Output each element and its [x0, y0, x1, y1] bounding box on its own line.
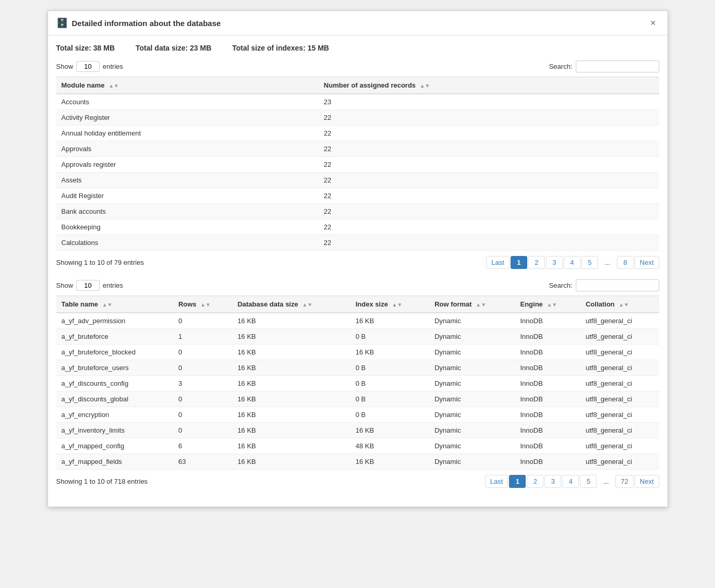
- table1-page-1-btn[interactable]: 1: [511, 256, 527, 269]
- table-row: Audit Register 22: [56, 188, 659, 204]
- total-index-size-stat: Total size of indexes: 15 MB: [232, 44, 329, 52]
- index-size-cell: 0 B: [350, 329, 429, 345]
- table1-controls: Show entries Search:: [56, 60, 659, 72]
- collation-cell: utf8_general_ci: [580, 423, 659, 438]
- table1-page-2-btn[interactable]: 2: [528, 256, 545, 269]
- index-size-cell: 16 KB: [350, 313, 429, 329]
- data-size-cell: 16 KB: [232, 454, 350, 470]
- table1-last-btn[interactable]: Last: [486, 256, 510, 269]
- row-format-cell: Dynamic: [429, 438, 515, 454]
- collation-cell: utf8_general_ci: [580, 438, 659, 454]
- row-format-cell: Dynamic: [429, 407, 515, 423]
- table-row: a_yf_bruteforce_blocked 0 16 KB 16 KB Dy…: [56, 345, 659, 360]
- table1-page-4-btn[interactable]: 4: [564, 256, 580, 269]
- col-assigned-records[interactable]: Number of assigned records ▲▼: [319, 77, 659, 94]
- data-size-cell: 16 KB: [232, 438, 350, 454]
- index-size-cell: 0 B: [350, 376, 429, 391]
- module-name-cell: Approvals register: [56, 157, 319, 173]
- col-module-name[interactable]: Module name ▲▼: [56, 77, 319, 94]
- collation-cell: utf8_general_ci: [580, 391, 659, 407]
- col-collation[interactable]: Collation ▲▼: [580, 296, 659, 313]
- table2-page-5-btn[interactable]: 5: [580, 475, 597, 488]
- table-name-cell: a_yf_adv_permission: [56, 313, 173, 329]
- dialog-body: Total size: 38 MB Total data size: 23 MB…: [48, 35, 668, 507]
- table1-pagination-info: Showing 1 to 10 of 79 entries: [56, 259, 144, 266]
- table-row: Calculations 22: [56, 235, 659, 251]
- table-row: a_yf_encryption 0 16 KB 0 B Dynamic Inno…: [56, 407, 659, 423]
- table1-next-btn[interactable]: Next: [635, 256, 659, 269]
- table-details-table: Table name ▲▼ Rows ▲▼ Database data size…: [56, 296, 659, 470]
- table2-page-72-btn[interactable]: 72: [615, 475, 633, 488]
- table2-page-1-btn[interactable]: 1: [509, 475, 526, 488]
- module-name-cell: Assets: [56, 173, 319, 188]
- index-size-cell: 0 B: [350, 360, 429, 376]
- table-name-cell: a_yf_discounts_global: [56, 391, 173, 407]
- collation-cell: utf8_general_ci: [580, 345, 659, 360]
- table-row: a_yf_adv_permission 0 16 KB 16 KB Dynami…: [56, 313, 659, 329]
- table-row: Assets 22: [56, 173, 659, 188]
- data-size-cell: 16 KB: [232, 313, 350, 329]
- index-size-cell: 16 KB: [350, 345, 429, 360]
- table2-last-btn[interactable]: Last: [485, 475, 508, 488]
- table2-search-input[interactable]: [576, 279, 659, 291]
- engine-cell: InnoDB: [515, 329, 580, 345]
- table2-next-btn[interactable]: Next: [635, 475, 659, 488]
- table1-pagination-btns: Last 1 2 3 4 5 ... 8 Next: [486, 256, 659, 269]
- table2-show-input[interactable]: [76, 280, 100, 291]
- engine-cell: InnoDB: [515, 376, 580, 391]
- module-records-section: Show entries Search: Module name ▲▼: [56, 60, 659, 269]
- col-row-format[interactable]: Row format ▲▼: [429, 296, 515, 313]
- records-cell: 22: [319, 157, 659, 173]
- table2-page-4-btn[interactable]: 4: [562, 475, 579, 488]
- dialog-header: 🗄️ Detailed information about the databa…: [48, 11, 668, 35]
- col-module-name-sort-icon: ▲▼: [108, 83, 119, 89]
- table2-pagination-info: Showing 1 to 10 of 718 entries: [56, 477, 148, 485]
- table2-page-2-btn[interactable]: 2: [527, 475, 543, 488]
- col-collation-label: Collation: [586, 300, 615, 308]
- records-cell: 22: [319, 126, 659, 141]
- total-data-size-stat: Total data size: 23 MB: [136, 44, 211, 52]
- table1-search-label: Search:: [549, 63, 573, 70]
- index-size-cell: 48 KB: [350, 438, 429, 454]
- records-cell: 22: [319, 235, 659, 251]
- collation-cell: utf8_general_ci: [580, 454, 659, 470]
- module-name-cell: Approvals: [56, 141, 319, 157]
- collation-cell: utf8_general_ci: [580, 313, 659, 329]
- table-details-section: Show entries Search: Table name ▲▼: [56, 279, 659, 488]
- collation-cell: utf8_general_ci: [580, 407, 659, 423]
- table-row: Activity Register 22: [56, 110, 659, 126]
- col-rows[interactable]: Rows ▲▼: [173, 296, 232, 313]
- module-name-cell: Calculations: [56, 235, 319, 251]
- data-size-cell: 16 KB: [232, 376, 350, 391]
- col-table-name[interactable]: Table name ▲▼: [56, 296, 173, 313]
- table1-page-8-btn[interactable]: 8: [617, 256, 634, 269]
- table1-show-label: Show: [56, 63, 74, 70]
- collation-cell: utf8_general_ci: [580, 329, 659, 345]
- stats-row: Total size: 38 MB Total data size: 23 MB…: [56, 44, 659, 52]
- table-name-cell: a_yf_bruteforce: [56, 329, 173, 345]
- col-engine[interactable]: Engine ▲▼: [515, 296, 580, 313]
- table-row: a_yf_discounts_config 3 16 KB 0 B Dynami…: [56, 376, 659, 391]
- table1-show-entries: Show entries: [56, 61, 124, 72]
- row-format-cell: Dynamic: [429, 391, 515, 407]
- row-format-cell: Dynamic: [429, 345, 515, 360]
- table1-search-row: Search:: [549, 60, 659, 72]
- row-format-cell: Dynamic: [429, 454, 515, 470]
- collation-cell: utf8_general_ci: [580, 376, 659, 391]
- table1-search-input[interactable]: [576, 60, 659, 72]
- table2-page-3-btn[interactable]: 3: [544, 475, 561, 488]
- module-name-cell: Activity Register: [56, 110, 319, 126]
- table-name-cell: a_yf_encryption: [56, 407, 173, 423]
- table1-page-3-btn[interactable]: 3: [546, 256, 563, 269]
- rows-cell: 1: [173, 329, 232, 345]
- close-button[interactable]: ×: [647, 17, 659, 29]
- engine-cell: InnoDB: [515, 391, 580, 407]
- col-db-data-size[interactable]: Database data size ▲▼: [232, 296, 350, 313]
- module-name-cell: Audit Register: [56, 188, 319, 204]
- table1-show-input[interactable]: [76, 61, 100, 72]
- records-cell: 22: [319, 141, 659, 157]
- table1-page-5-btn[interactable]: 5: [581, 256, 598, 269]
- table-row: a_yf_mapped_fields 63 16 KB 16 KB Dynami…: [56, 454, 659, 470]
- col-index-size[interactable]: Index size ▲▼: [350, 296, 429, 313]
- engine-cell: InnoDB: [515, 407, 580, 423]
